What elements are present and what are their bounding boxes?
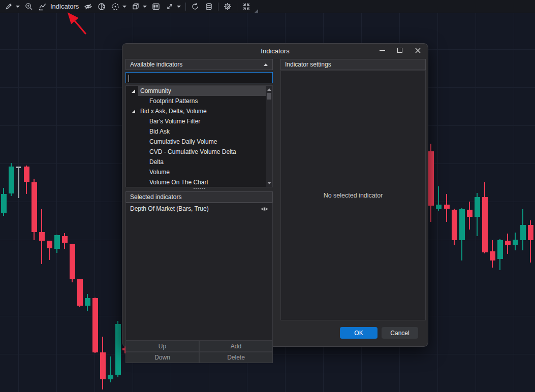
tree-item[interactable]: Bar's Volume Filter bbox=[126, 116, 272, 126]
scrollbar-thumb[interactable] bbox=[267, 93, 271, 100]
available-indicators-header[interactable]: Available indicators bbox=[125, 59, 273, 70]
expand-arrow-icon[interactable] bbox=[131, 109, 136, 114]
close-icon bbox=[415, 48, 421, 53]
tree-item-label: Volume On The Chart bbox=[149, 177, 208, 187]
delete-button[interactable]: Delete bbox=[199, 352, 273, 363]
candle-body bbox=[444, 205, 450, 209]
tree-item-label: Delta bbox=[149, 157, 164, 167]
candle-body bbox=[459, 209, 465, 240]
cube-dropdown-caret[interactable] bbox=[143, 6, 147, 8]
tree-item[interactable]: Volume bbox=[126, 167, 272, 177]
table-list-icon[interactable] bbox=[151, 2, 161, 11]
candle-body bbox=[9, 167, 14, 193]
ok-button[interactable]: OK bbox=[340, 327, 377, 339]
minimize-button[interactable] bbox=[377, 46, 387, 55]
candle-body bbox=[1, 194, 7, 213]
toolbar-separator bbox=[218, 3, 218, 11]
visibility-eye-icon[interactable] bbox=[261, 206, 268, 212]
no-selected-indicator-text: No selected indicator bbox=[324, 192, 383, 199]
scroll-up-icon[interactable] bbox=[267, 88, 271, 91]
candle-body bbox=[436, 205, 442, 209]
collapse-panels-icon[interactable] bbox=[242, 2, 251, 11]
candle-body bbox=[482, 197, 488, 252]
expand-arrow-icon[interactable] bbox=[131, 89, 136, 93]
tree-item[interactable]: CVD - Cumulative Volume Delta bbox=[126, 147, 272, 157]
minimize-icon bbox=[380, 50, 385, 51]
indicator-settings-label: Indicator settings bbox=[285, 61, 331, 68]
up-button[interactable]: Up bbox=[125, 341, 199, 352]
candle-body bbox=[520, 225, 526, 240]
draw-pencil-icon[interactable] bbox=[4, 2, 13, 11]
crosshair-dropdown-caret[interactable] bbox=[122, 6, 127, 8]
zoom-in-icon[interactable] bbox=[24, 2, 34, 11]
cancel-button[interactable]: Cancel bbox=[382, 327, 418, 339]
scroll-down-icon[interactable] bbox=[267, 182, 271, 184]
candle-body bbox=[32, 182, 37, 232]
indicators-toolbar-label[interactable]: Indicators bbox=[50, 3, 79, 10]
draw-dropdown-caret[interactable] bbox=[16, 6, 20, 8]
candle-body bbox=[85, 298, 90, 306]
database-icon[interactable] bbox=[204, 2, 213, 11]
down-button[interactable]: Down bbox=[125, 352, 199, 363]
tree-item[interactable]: Bid x Ask, Delta, Volume bbox=[126, 106, 272, 116]
candle-body bbox=[62, 236, 68, 243]
candle-body bbox=[39, 232, 45, 241]
tree-item[interactable]: Community bbox=[126, 86, 272, 96]
selected-indicator-label: Depth Of Market (Bars, True) bbox=[130, 205, 209, 212]
trading-app: Indicators bbox=[0, 0, 535, 392]
tree-item[interactable]: Delta bbox=[126, 157, 272, 167]
indicators-dialog: Indicators Available indicators Communit… bbox=[122, 43, 428, 347]
splitter-grip[interactable] bbox=[122, 188, 276, 189]
tree-item-label: Community bbox=[140, 86, 171, 96]
tree-item[interactable]: Footprint Patterns bbox=[126, 96, 272, 106]
tree-item[interactable]: Bid Ask bbox=[126, 126, 272, 137]
indicators-icon[interactable] bbox=[38, 2, 47, 11]
indicator-search-box bbox=[125, 72, 273, 83]
refresh-icon[interactable] bbox=[191, 2, 200, 11]
candle-body bbox=[513, 240, 518, 245]
candle-body bbox=[490, 251, 495, 260]
candle-body bbox=[452, 210, 457, 240]
list-action-buttons: Up Add Down Delete bbox=[125, 341, 273, 363]
maximize-button[interactable] bbox=[395, 46, 404, 55]
tree-item-label: Volume bbox=[149, 167, 170, 177]
available-indicators-label: Available indicators bbox=[130, 61, 182, 68]
tree-item-label: Cumulative Daily Volume bbox=[149, 137, 217, 147]
indicator-search-input[interactable] bbox=[126, 73, 272, 83]
candle-body bbox=[108, 375, 113, 379]
contrast-icon[interactable] bbox=[97, 2, 106, 11]
tree-item-label: Bar's Volume Filter bbox=[149, 116, 200, 126]
gear-settings-icon[interactable] bbox=[223, 2, 232, 11]
maximize-icon bbox=[397, 48, 402, 53]
tree-item-label: CVD - Cumulative Volume Delta bbox=[149, 147, 236, 157]
cube-3d-icon[interactable] bbox=[131, 2, 140, 11]
scale-resize-icon[interactable] bbox=[165, 2, 174, 11]
selected-indicators-header: Selected indicators bbox=[125, 191, 273, 203]
tree-item-label: Bid Ask bbox=[149, 126, 170, 137]
toolbar-resize-grip[interactable] bbox=[255, 9, 258, 13]
indicator-tree[interactable]: CommunityFootprint PatternsBid x Ask, De… bbox=[125, 85, 273, 187]
toolbar-separator bbox=[185, 3, 186, 11]
candle-body bbox=[475, 197, 480, 217]
toolbar-separator bbox=[237, 3, 237, 11]
candle-body bbox=[497, 240, 503, 259]
tree-item[interactable]: Volume On The Chart bbox=[126, 177, 272, 187]
candle-body bbox=[505, 241, 511, 245]
close-button[interactable] bbox=[413, 46, 422, 55]
candle-body bbox=[54, 235, 60, 249]
candle-body bbox=[77, 279, 83, 306]
candle-wick bbox=[18, 167, 19, 198]
scale-dropdown-caret[interactable] bbox=[177, 6, 181, 8]
tree-scrollbar[interactable] bbox=[266, 86, 272, 187]
selected-indicator-row[interactable]: Depth Of Market (Bars, True) bbox=[126, 203, 272, 214]
tree-item[interactable]: Cumulative Daily Volume bbox=[126, 137, 272, 147]
eye-off-icon[interactable] bbox=[83, 2, 92, 11]
candle-body bbox=[47, 241, 52, 248]
add-button[interactable]: Add bbox=[199, 341, 273, 352]
candle-body bbox=[24, 167, 29, 182]
collapse-section-icon[interactable] bbox=[264, 63, 268, 66]
crosshair-target-icon[interactable] bbox=[111, 2, 120, 11]
candle-body bbox=[92, 298, 98, 352]
selected-indicators-list[interactable]: Depth Of Market (Bars, True) bbox=[125, 203, 273, 341]
selected-indicators-label: Selected indicators bbox=[130, 193, 181, 201]
